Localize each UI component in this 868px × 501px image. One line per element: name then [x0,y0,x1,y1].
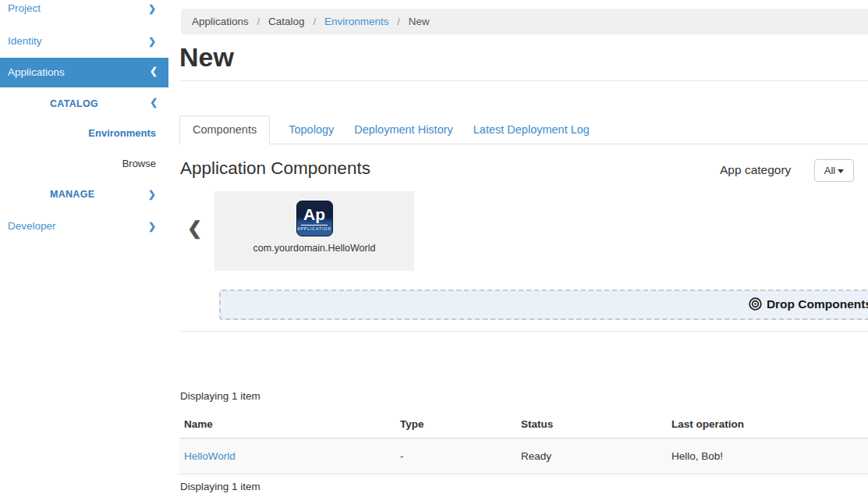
sidebar-item-environments[interactable]: Environments [0,119,168,148]
sidebar-item-identity[interactable]: Identity ❯ [0,27,168,56]
application-icon-subtext: APPLICATION [297,226,332,232]
component-status-cell: Ready [516,439,667,474]
chevron-right-icon: ❯ [148,179,156,209]
table-count-bottom: Displaying 1 item [180,481,260,492]
application-icon: Ap APPLICATION [296,201,333,236]
tab-topology[interactable]: Topology [278,116,344,144]
drop-zone-label: Drop Components here [767,297,868,311]
sidebar-item-label: Developer [0,220,56,232]
sidebar-item-developer[interactable]: Developer ❯ [0,211,168,241]
component-last-operation-cell: Hello, Bob! [667,439,868,474]
sidebar-item-manage[interactable]: MANAGE ❯ [0,179,168,209]
chevron-right-icon: ❯ [148,27,156,56]
tab-components[interactable]: Components [179,115,270,144]
table-header-row: Name Type Status Last operation [179,414,868,439]
app-category-label: App category [720,163,791,177]
sidebar-item-label: Applications [0,66,65,78]
breadcrumb-separator: / [391,16,406,27]
app-component-name: com.yourdomain.HelloWorld [214,243,414,254]
tab-deployment-history[interactable]: Deployment History [344,116,463,144]
tab-latest-deployment-log[interactable]: Latest Deployment Log [463,116,600,144]
component-name-link[interactable]: HelloWorld [184,450,236,462]
table-row: HelloWorld - Ready Hello, Bob! [179,439,868,474]
main-content: Applications / Catalog / Environments / … [179,0,868,501]
chevron-right-icon: ❯ [148,211,156,241]
sidebar-item-label: Project [0,2,41,14]
sidebar-item-project[interactable]: Project ❯ [0,0,168,23]
sidebar: Project ❯ Identity ❯ Applications ❯ CATA… [0,0,168,501]
sidebar-item-label: Browse [122,158,156,169]
sidebar-item-catalog[interactable]: CATALOG ❯ [0,89,168,119]
murano-dashboard-page: Project ❯ Identity ❯ Applications ❯ CATA… [0,0,868,501]
breadcrumb-environments-link[interactable]: Environments [324,16,389,27]
chevron-down-icon: ❯ [139,69,168,76]
drop-components-zone[interactable]: Drop Components here [219,290,868,320]
sidebar-item-label: MANAGE [0,189,94,200]
breadcrumb-separator: / [252,16,266,27]
app-category-value: All [824,165,835,176]
breadcrumb: Applications / Catalog / Environments / … [181,9,868,34]
application-icon-text: Ap [301,204,328,226]
breadcrumb-catalog: Catalog [268,16,305,27]
caret-down-icon [838,169,844,173]
sidebar-item-label: CATALOG [0,98,98,109]
carousel-left-arrow[interactable]: ❮ [187,218,202,239]
breadcrumb-applications: Applications [192,16,249,27]
column-header-type: Type [395,414,516,439]
title-divider [179,80,868,81]
tab-bar: Components Topology Deployment History L… [179,115,868,144]
breadcrumb-current: New [409,16,430,27]
sidebar-item-applications[interactable]: Applications ❯ [0,58,168,87]
drop-target-icon [749,297,762,311]
app-category-dropdown[interactable]: All [814,159,854,182]
component-type-cell: - [395,439,516,474]
column-header-name: Name [179,414,395,439]
sidebar-item-label: Environments [88,127,156,139]
sidebar-item-label: Identity [0,35,42,47]
components-table: Name Type Status Last operation HelloWor… [179,414,868,474]
column-header-last-operation: Last operation [667,414,868,439]
column-header-status: Status [516,414,667,439]
section-title: Application Components [180,158,370,179]
table-count-top: Displaying 1 item [180,390,260,402]
page-title: New [179,44,234,70]
section-divider [179,331,868,332]
app-component-tile[interactable]: Ap APPLICATION com.yourdomain.HelloWorld [214,191,414,271]
sidebar-item-browse[interactable]: Browse [0,149,168,179]
chevron-right-icon: ❯ [148,0,156,23]
breadcrumb-separator: / [307,16,321,27]
chevron-down-icon: ❯ [139,100,168,108]
